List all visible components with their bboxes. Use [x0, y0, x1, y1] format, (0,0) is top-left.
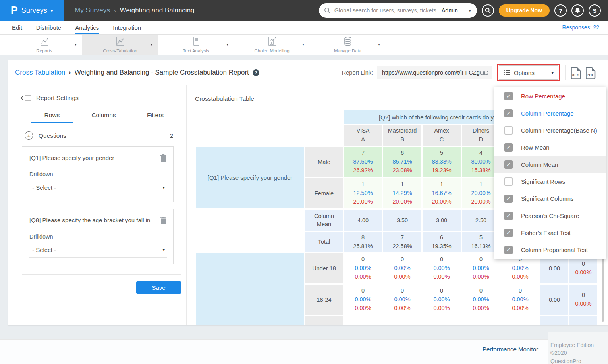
checkbox-significant-columns[interactable]: ✓ [504, 195, 513, 203]
data-cell: 00.00%0.00% [423, 285, 461, 315]
nav-item-distribute[interactable]: Distribute [36, 21, 61, 34]
avatar[interactable]: S [589, 4, 601, 17]
cell-line: 0 [440, 255, 443, 264]
cell-line: 0 [582, 291, 585, 300]
upgrade-now-button[interactable]: Upgrade Now [499, 4, 550, 17]
cell-line: 22.58% [392, 242, 412, 251]
toolbar-item-reports[interactable]: Reports▾ [6, 35, 82, 55]
menu-item-pearson-s-chi-square[interactable]: ✓Pearson's Chi-Square [494, 207, 606, 224]
save-button[interactable]: Save [136, 281, 181, 294]
help-badge[interactable]: ? [253, 69, 259, 76]
drilldown-select[interactable]: - Select -▾ [29, 184, 167, 195]
delete-question-button[interactable] [160, 154, 167, 162]
tab-filters[interactable]: Filters [129, 112, 181, 123]
data-cell [423, 316, 461, 325]
menu-item-column-mean[interactable]: ✓Column Mean [494, 156, 606, 173]
options-highlight-box: Options ▾ [497, 64, 560, 81]
cell-line: 0.00% [355, 264, 371, 273]
checkbox-fisher-s-exact-test[interactable]: ✓ [504, 229, 513, 237]
checkbox-row-mean[interactable]: ✓ [504, 143, 513, 152]
menu-item-column-percentage[interactable]: ✓Column Percentage [494, 105, 606, 122]
toolbar-item-text-analysis[interactable]: Text Analysis▾ [158, 35, 234, 55]
cell-line: 0 [401, 255, 404, 264]
menu-item-significant-rows[interactable]: Significant Rows [494, 173, 606, 190]
drilldown-label: Drilldown [29, 233, 167, 240]
row-mean-cell [540, 316, 568, 325]
cell-line: 6 [440, 233, 443, 242]
toolbar-item-cross-tabulation[interactable]: Cross-Tabulation▾ [82, 35, 158, 55]
menu-item-fisher-s-exact-test[interactable]: ✓Fisher's Exact Test [494, 224, 606, 241]
report-link-field[interactable]: https://www.questionpro.com/t/lFFCZg [377, 66, 492, 79]
breadcrumb: My Surveys › Weighting and Balancing [75, 6, 195, 14]
report-settings-title: Report Settings [36, 94, 79, 102]
drilldown-select[interactable]: - Select -▾ [29, 247, 167, 258]
cell-line: 25.81% [353, 242, 373, 251]
help-button[interactable]: ? [554, 4, 567, 17]
tab-columns[interactable]: Columns [78, 112, 129, 123]
cell-line: 6 [401, 149, 404, 158]
data-cell [344, 316, 382, 325]
options-button[interactable]: Options ▾ [499, 65, 558, 80]
checkbox-column-percentage-base-n[interactable] [504, 126, 513, 135]
svg-text:XLS: XLS [572, 73, 579, 77]
search-input[interactable] [334, 7, 437, 13]
delete-question-button[interactable] [160, 216, 167, 224]
checkbox-column-percentage[interactable]: ✓ [504, 109, 513, 117]
nav-item-integration[interactable]: Integration [113, 21, 141, 34]
nav-item-analytics[interactable]: Analytics [75, 21, 99, 34]
cell-line: Amex [434, 127, 449, 135]
cell-line: Diners [473, 127, 489, 135]
search-scope-dropdown-icon[interactable]: ▾ [463, 3, 477, 18]
menu-item-column-proportional-test[interactable]: ✓Column Proportional Test [494, 241, 606, 258]
questions-count: 2 [170, 132, 173, 139]
question-card: [Q8] Please specify the age bracket you … [22, 209, 174, 264]
add-question-button[interactable]: + [25, 131, 33, 140]
checkbox-significant-rows[interactable] [504, 177, 513, 186]
report-url: https://www.questionpro.com/t/lFFCZg [382, 69, 480, 76]
cell-line: 14.29% [392, 189, 412, 198]
menu-item-label: Column Proportional Test [521, 247, 588, 253]
export-pdf-button[interactable]: PDF [585, 67, 596, 79]
svg-text:PDF: PDF [587, 73, 594, 77]
toolbar-item-manage-data[interactable]: Manage Data▾ [310, 35, 386, 55]
cell-line: 20.00% [471, 198, 490, 206]
menu-item-column-percentage-base-n[interactable]: Column Percentage(Base N) [494, 122, 606, 139]
line-chart-icon [39, 36, 50, 48]
tab-rows[interactable]: Rows [26, 112, 78, 123]
nav-item-edit[interactable]: Edit [12, 21, 22, 34]
data-cell [501, 316, 539, 325]
search-scope-selector[interactable]: Admin [437, 7, 463, 13]
breadcrumb-my-surveys[interactable]: My Surveys [75, 6, 110, 14]
toolbar-item-choice-modelling[interactable]: Choice Modelling▾ [234, 35, 310, 55]
performance-monitor-link[interactable]: Performance Monitor [483, 346, 538, 352]
menu-item-row-mean[interactable]: ✓Row Mean [494, 139, 606, 156]
notifications-button[interactable] [571, 4, 584, 17]
cell-line: Mastercard [388, 127, 417, 135]
cell-line: 5 [479, 233, 483, 242]
chevron-down-icon[interactable]: ▾ [226, 42, 228, 46]
link-icon[interactable] [480, 70, 488, 75]
menu-item-significant-columns[interactable]: ✓Significant Columns [494, 190, 606, 207]
options-dropdown-menu: ✓Row Percentage✓Column PercentageColumn … [494, 87, 606, 259]
export-xls-button[interactable]: XLS [571, 67, 581, 79]
cell-line: 26.92% [353, 166, 373, 175]
chevron-down-icon[interactable]: ▾ [378, 42, 380, 46]
cell-line: 0.00% [394, 273, 410, 281]
cell-line: 0.00% [473, 264, 489, 273]
checkbox-pearson-s-chi-square[interactable]: ✓ [504, 212, 513, 220]
chevron-down-icon[interactable]: ▾ [75, 42, 77, 46]
search-submit-button[interactable] [482, 4, 494, 17]
page: Cross Tabulation › Weighting and Balanci… [0, 55, 608, 364]
app-logo-surveys-switcher[interactable]: P Surveys ▾ [0, 0, 64, 21]
cross-tabulation-link[interactable]: Cross Tabulation [15, 69, 65, 77]
product-label: Surveys [21, 6, 47, 15]
menu-item-row-percentage[interactable]: ✓Row Percentage [494, 88, 606, 105]
data-cell: 00.00%0.00% [501, 285, 539, 315]
checkbox-row-percentage[interactable]: ✓ [504, 92, 513, 100]
question-label: [Q1] Please specify your gender [29, 154, 160, 162]
checkbox-column-proportional-test[interactable]: ✓ [504, 246, 513, 254]
chevron-down-icon[interactable]: ▾ [151, 42, 152, 46]
collapse-panel-icon[interactable] [21, 95, 31, 101]
checkbox-column-mean[interactable]: ✓ [504, 160, 513, 169]
chevron-down-icon[interactable]: ▾ [302, 42, 304, 46]
